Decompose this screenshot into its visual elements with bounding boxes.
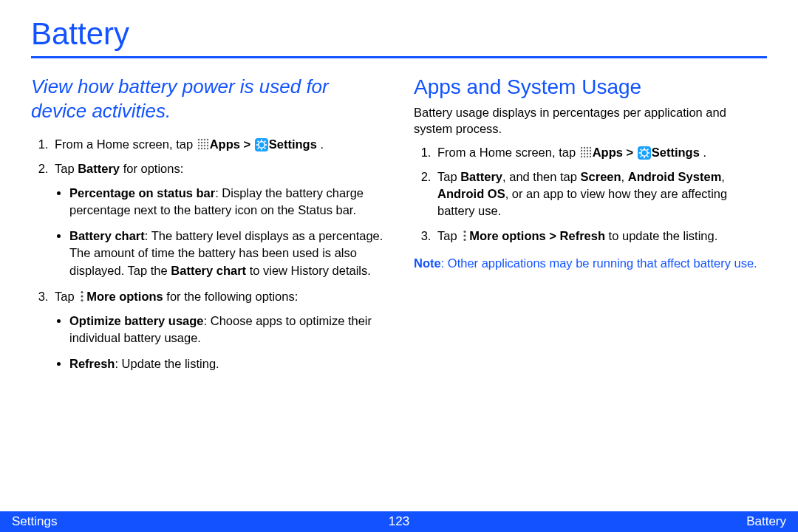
section-heading: Apps and System Usage — [414, 75, 767, 100]
bullet-percentage: Percentage on status bar: Display the ba… — [69, 185, 384, 219]
svg-point-33 — [580, 150, 582, 151]
more-options-icon — [461, 230, 468, 242]
svg-line-23 — [265, 148, 266, 149]
settings-gear-icon — [255, 138, 268, 151]
svg-point-0 — [197, 139, 199, 140]
svg-line-22 — [257, 141, 259, 143]
text: From a Home screen, tap — [437, 146, 579, 159]
svg-point-8 — [197, 145, 199, 146]
settings-label: Settings — [652, 146, 700, 159]
battery-bold: Battery — [460, 170, 502, 183]
screen-bold: Screen — [581, 170, 621, 183]
battery-subtitle: View how battery power is used for devic… — [31, 75, 384, 123]
step-2-bullets: Percentage on status bar: Display the ba… — [55, 185, 384, 279]
svg-line-52 — [647, 156, 649, 157]
battery-bold: Battery — [78, 162, 120, 175]
comma: , — [621, 170, 628, 183]
svg-point-55 — [464, 230, 466, 232]
svg-line-25 — [265, 141, 266, 143]
svg-point-3 — [206, 139, 208, 140]
svg-line-51 — [640, 149, 641, 151]
svg-point-44 — [589, 156, 590, 157]
step-3: Tap More options > Refresh to update the… — [434, 228, 767, 245]
title-rule — [31, 56, 767, 58]
step-3-bullets: Optimize battery usage: Choose apps to o… — [55, 313, 384, 372]
right-column: Apps and System Usage Battery usage disp… — [414, 72, 767, 381]
left-column: View how battery power is used for devic… — [31, 72, 384, 381]
svg-point-12 — [197, 148, 199, 149]
svg-line-24 — [257, 148, 259, 149]
svg-point-2 — [203, 139, 205, 140]
note-text: : Other applications may be running that… — [441, 256, 757, 270]
apps-label: Apps — [593, 146, 623, 159]
svg-point-35 — [586, 150, 587, 151]
svg-point-32 — [589, 147, 590, 149]
settings-gear-icon — [638, 146, 651, 160]
step-2: Tap Battery, and then tap Screen, Androi… — [434, 168, 767, 219]
page-footer: Settings 123 Battery — [0, 511, 798, 532]
period: . — [317, 137, 324, 151]
svg-line-53 — [640, 156, 641, 157]
svg-point-34 — [583, 150, 584, 151]
text: for options: — [120, 162, 183, 175]
text: Tap — [55, 290, 78, 303]
label2: Battery chart — [171, 264, 246, 277]
svg-point-57 — [464, 238, 466, 240]
svg-point-30 — [583, 147, 584, 149]
svg-point-4 — [197, 142, 199, 143]
text2: to view History details. — [246, 264, 371, 277]
svg-point-40 — [589, 153, 590, 154]
svg-point-38 — [583, 153, 584, 154]
page-title: Battery — [31, 16, 767, 52]
svg-point-10 — [203, 145, 205, 146]
svg-point-37 — [580, 153, 582, 154]
label: Battery chart — [69, 229, 145, 242]
more-options-bold: More options — [469, 229, 546, 242]
label: Refresh — [69, 357, 115, 370]
android-system-bold: Android System — [628, 170, 722, 183]
svg-point-27 — [81, 295, 83, 297]
step-2: Tap Battery for options: Percentage on s… — [52, 160, 384, 279]
section-intro: Battery usage displays in percentages pe… — [414, 104, 767, 137]
usage-steps: From a Home screen, tap Apps > Settings … — [414, 144, 767, 244]
svg-point-41 — [580, 156, 582, 157]
text: , and then tap — [502, 170, 581, 183]
svg-point-26 — [81, 291, 83, 293]
chevron: > — [623, 146, 637, 159]
apps-grid-icon — [580, 146, 592, 158]
chevron: > — [546, 229, 560, 242]
comma: , — [721, 170, 725, 183]
text: for the following options: — [163, 290, 299, 303]
note: Note: Other applications may be running … — [414, 255, 767, 272]
svg-point-9 — [200, 145, 202, 146]
text: : Update the listing. — [115, 357, 219, 370]
note-label: Note — [414, 256, 441, 270]
apps-grid-icon — [197, 138, 209, 150]
svg-point-13 — [200, 148, 202, 149]
refresh-bold: Refresh — [560, 229, 605, 242]
settings-label: Settings — [269, 137, 317, 151]
text: Tap — [437, 170, 460, 183]
svg-point-31 — [586, 147, 587, 149]
svg-point-14 — [203, 148, 205, 149]
text: Tap — [437, 229, 460, 242]
label: Optimize battery usage — [69, 314, 204, 327]
svg-point-43 — [586, 156, 587, 157]
step-1: From a Home screen, tap Apps > Settings … — [434, 144, 767, 161]
bullet-optimize: Optimize battery usage: Choose apps to o… — [69, 313, 384, 347]
svg-point-6 — [203, 142, 205, 143]
footer-right: Battery — [746, 514, 786, 529]
text: From a Home screen, tap — [55, 137, 197, 151]
svg-point-1 — [200, 139, 202, 140]
battery-steps: From a Home screen, tap Apps > Settings … — [31, 136, 384, 372]
step-1: From a Home screen, tap Apps > Settings … — [52, 136, 384, 153]
svg-point-42 — [583, 156, 584, 157]
svg-point-56 — [464, 234, 466, 236]
svg-point-39 — [586, 153, 587, 154]
svg-point-28 — [81, 299, 83, 301]
step-3: Tap More options for the following optio… — [52, 288, 384, 372]
bullet-battery-chart: Battery chart: The battery level display… — [69, 228, 384, 279]
svg-point-5 — [200, 142, 202, 143]
svg-point-36 — [589, 150, 590, 151]
footer-left: Settings — [12, 514, 57, 529]
